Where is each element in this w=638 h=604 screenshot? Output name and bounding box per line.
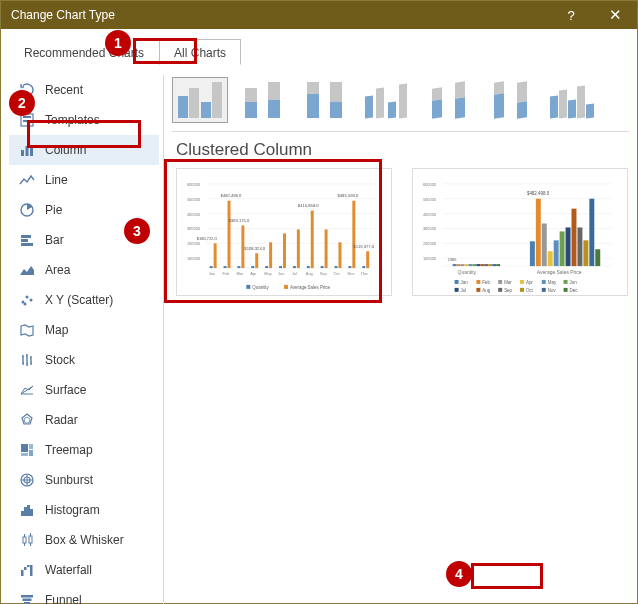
svg-rect-15 (29, 444, 33, 449)
sidebar-item-waterfall[interactable]: Waterfall (9, 555, 159, 585)
chart-main-panel: Clustered Column 600000 500000 400000 (172, 73, 629, 604)
svg-rect-115 (472, 264, 476, 266)
subtype-stacked-column[interactable] (234, 77, 290, 123)
svg-rect-1 (23, 116, 31, 118)
svg-rect-20 (21, 511, 24, 516)
svg-text:600000: 600000 (187, 182, 201, 187)
svg-rect-155 (520, 288, 524, 292)
sidebar-item-box-whisker[interactable]: Box & Whisker (9, 525, 159, 555)
subtype-3d-stacked-column[interactable] (420, 77, 476, 123)
sidebar-item-label: Waterfall (45, 563, 92, 577)
svg-rect-25 (29, 536, 32, 543)
sunburst-icon (19, 472, 35, 488)
sidebar-item-bar[interactable]: Bar (9, 225, 159, 255)
sidebar-item-stock[interactable]: Stock (9, 345, 159, 375)
treemap-icon (19, 442, 35, 458)
column-icon (19, 142, 35, 158)
svg-rect-2 (23, 120, 28, 122)
svg-text:May: May (548, 280, 557, 285)
svg-rect-7 (21, 235, 31, 238)
chart-preview-2[interactable]: 600000 500000 400000 300000 200000 10000… (412, 168, 628, 296)
sidebar-item-recent[interactable]: Recent (9, 75, 159, 105)
sidebar-item-label: Area (45, 263, 70, 277)
sidebar-item-histogram[interactable]: Histogram (9, 495, 159, 525)
svg-rect-23 (30, 509, 33, 516)
svg-rect-94 (284, 285, 288, 289)
bar-icon (19, 232, 35, 248)
sidebar-item-sunburst[interactable]: Sunburst (9, 465, 159, 495)
svg-rect-129 (572, 209, 577, 266)
sidebar-item-surface[interactable]: Surface (9, 375, 159, 405)
sidebar-item-map[interactable]: Map (9, 315, 159, 345)
titlebar: Change Chart Type ? ✕ (1, 1, 637, 29)
svg-text:$180,722.0: $180,722.0 (197, 236, 218, 241)
svg-rect-4 (26, 146, 29, 156)
svg-text:Aug: Aug (482, 288, 490, 293)
svg-text:Quantity: Quantity (458, 270, 477, 275)
svg-text:Nov: Nov (347, 271, 354, 276)
svg-text:500000: 500000 (423, 197, 437, 202)
tab-all-charts[interactable]: All Charts (159, 39, 241, 65)
svg-text:200000: 200000 (187, 241, 201, 246)
subtype-clustered-column[interactable] (172, 77, 228, 123)
svg-rect-132 (589, 199, 594, 266)
svg-text:400000: 400000 (423, 212, 437, 217)
svg-rect-112 (461, 264, 465, 266)
svg-rect-5 (30, 148, 33, 156)
subtype-title: Clustered Column (172, 132, 629, 168)
sidebar-item-area[interactable]: Area (9, 255, 159, 285)
svg-rect-9 (21, 243, 33, 246)
svg-rect-51 (237, 266, 240, 268)
chart-type-sidebar: Recent Templates Column Line Pie Bar (9, 73, 159, 604)
svg-rect-114 (468, 264, 472, 266)
svg-rect-149 (455, 288, 459, 292)
sidebar-item-line[interactable]: Line (9, 165, 159, 195)
subtype-100-stacked-column[interactable] (296, 77, 352, 123)
svg-rect-53 (265, 266, 268, 268)
change-chart-type-dialog: 1 2 3 4 Change Chart Type ? ✕ Recommende… (0, 0, 638, 604)
svg-rect-16 (29, 450, 33, 456)
sidebar-item-pie[interactable]: Pie (9, 195, 159, 225)
svg-text:Jul: Jul (292, 271, 297, 276)
svg-rect-119 (488, 264, 492, 266)
svg-rect-3 (21, 150, 24, 156)
svg-rect-31 (23, 599, 32, 602)
chart-preview-1[interactable]: 600000 500000 400000 300000 200000 10000… (176, 168, 392, 296)
svg-rect-58 (335, 266, 338, 268)
svg-rect-60 (362, 266, 365, 268)
sidebar-item-funnel[interactable]: Funnel (9, 585, 159, 604)
svg-text:Feb: Feb (482, 280, 490, 285)
subtype-3d-column[interactable] (544, 77, 600, 123)
window-title: Change Chart Type (1, 8, 549, 22)
subtype-3d-clustered-column[interactable] (358, 77, 414, 123)
svg-rect-116 (476, 264, 480, 266)
sidebar-item-label: X Y (Scatter) (45, 293, 113, 307)
sidebar-item-label: Histogram (45, 503, 100, 517)
svg-rect-14 (21, 444, 28, 452)
svg-rect-118 (484, 264, 488, 266)
area-icon (19, 262, 35, 278)
svg-text:Sep: Sep (320, 271, 328, 276)
svg-rect-157 (542, 288, 546, 292)
svg-text:1386: 1386 (448, 257, 458, 262)
sidebar-item-treemap[interactable]: Treemap (9, 435, 159, 465)
tab-recommended-charts[interactable]: Recommended Charts (9, 39, 159, 65)
svg-rect-21 (24, 507, 27, 516)
svg-rect-141 (498, 280, 502, 284)
sidebar-item-column[interactable]: Column (9, 135, 159, 165)
svg-text:$309,175.0: $309,175.0 (229, 218, 250, 223)
sidebar-item-radar[interactable]: Radar (9, 405, 159, 435)
radar-icon (19, 412, 35, 428)
svg-text:200000: 200000 (423, 241, 437, 246)
templates-icon (19, 112, 35, 128)
subtype-3d-100-stacked-column[interactable] (482, 77, 538, 123)
sidebar-item-scatter[interactable]: X Y (Scatter) (9, 285, 159, 315)
svg-point-12 (30, 299, 33, 302)
svg-text:Dec: Dec (361, 271, 368, 276)
svg-rect-24 (23, 537, 26, 543)
svg-text:600000: 600000 (423, 182, 437, 187)
sidebar-item-templates[interactable]: Templates (9, 105, 159, 135)
close-button[interactable]: ✕ (593, 1, 637, 29)
help-button[interactable]: ? (549, 1, 593, 29)
svg-rect-159 (564, 288, 568, 292)
